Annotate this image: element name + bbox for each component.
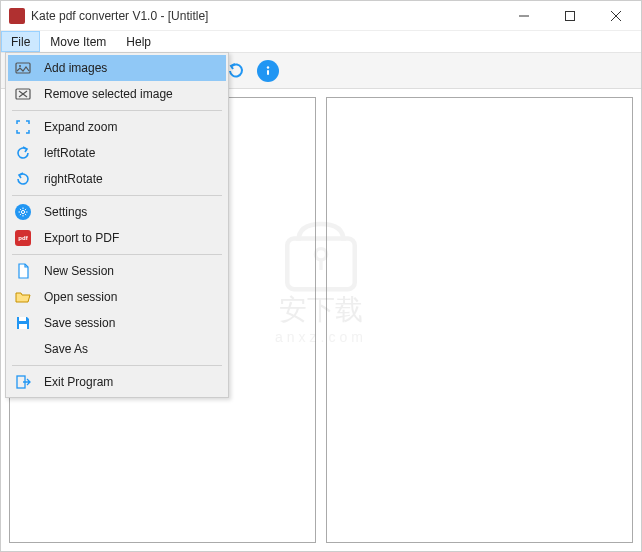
menu-expand-zoom[interactable]: Expand zoom — [8, 114, 226, 140]
menu-export-pdf[interactable]: pdf Export to PDF — [8, 225, 226, 251]
menu-label: Export to PDF — [44, 231, 119, 245]
open-folder-icon — [14, 288, 32, 306]
menu-save-session[interactable]: Save session — [8, 310, 226, 336]
svg-rect-19 — [19, 324, 27, 329]
menu-add-images[interactable]: Add images — [8, 55, 226, 81]
menu-label: Settings — [44, 205, 87, 219]
rotate-left-icon — [14, 144, 32, 162]
menu-separator — [12, 195, 222, 196]
pdf-icon: pdf — [14, 229, 32, 247]
menu-new-session[interactable]: New Session — [8, 258, 226, 284]
menu-remove-selected[interactable]: Remove selected image — [8, 81, 226, 107]
menu-separator — [12, 365, 222, 366]
close-button[interactable] — [593, 2, 639, 30]
menu-move-item[interactable]: Move Item — [40, 31, 116, 52]
svg-point-13 — [19, 65, 21, 67]
menu-label: Expand zoom — [44, 120, 117, 134]
maximize-button[interactable] — [547, 2, 593, 30]
app-icon — [9, 8, 25, 24]
window-controls — [501, 2, 639, 30]
menu-left-rotate[interactable]: leftRotate — [8, 140, 226, 166]
menu-label: leftRotate — [44, 146, 95, 160]
settings-icon — [14, 203, 32, 221]
image-add-icon — [14, 59, 32, 77]
menu-label: Save As — [44, 342, 88, 356]
menubar: File Move Item Help — [1, 31, 641, 53]
minimize-button[interactable] — [501, 2, 547, 30]
menu-right-rotate[interactable]: rightRotate — [8, 166, 226, 192]
menu-file[interactable]: File — [1, 31, 40, 52]
file-menu-dropdown: Add images Remove selected image Expand … — [5, 52, 229, 398]
svg-point-17 — [21, 210, 24, 213]
exit-icon — [14, 373, 32, 391]
menu-settings[interactable]: Settings — [8, 199, 226, 225]
svg-rect-1 — [566, 11, 575, 20]
menu-separator — [12, 110, 222, 111]
titlebar: Kate pdf converter V1.0 - [Untitle] — [1, 1, 641, 31]
menu-label: rightRotate — [44, 172, 103, 186]
menu-label: Save session — [44, 316, 115, 330]
menu-exit[interactable]: Exit Program — [8, 369, 226, 395]
new-file-icon — [14, 262, 32, 280]
svg-rect-18 — [19, 317, 26, 321]
svg-point-10 — [267, 66, 269, 68]
menu-save-as[interactable]: Save As — [8, 336, 226, 362]
expand-icon — [14, 118, 32, 136]
menu-open-session[interactable]: Open session — [8, 284, 226, 310]
menu-separator — [12, 254, 222, 255]
menu-label: Remove selected image — [44, 87, 173, 101]
menu-label: Add images — [44, 61, 107, 75]
menu-label: New Session — [44, 264, 114, 278]
menu-label: Open session — [44, 290, 117, 304]
right-pane[interactable] — [326, 97, 633, 543]
rotate-right-icon — [14, 170, 32, 188]
info-button[interactable] — [253, 56, 283, 86]
window-title: Kate pdf converter V1.0 - [Untitle] — [31, 9, 501, 23]
menu-help[interactable]: Help — [116, 31, 161, 52]
menu-label: Exit Program — [44, 375, 113, 389]
svg-rect-11 — [267, 70, 269, 75]
save-icon — [14, 314, 32, 332]
image-remove-icon — [14, 85, 32, 103]
save-as-icon — [14, 340, 32, 358]
